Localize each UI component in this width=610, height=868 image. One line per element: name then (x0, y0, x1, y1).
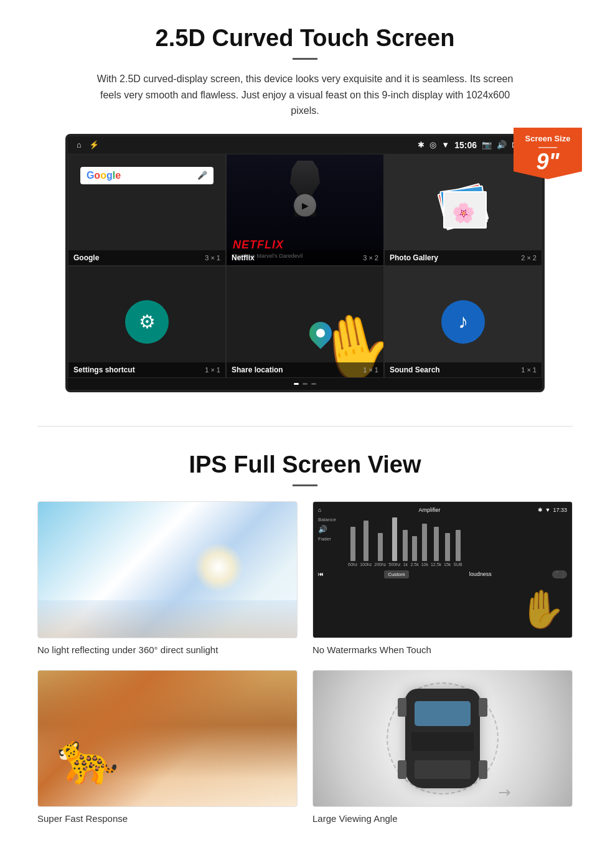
eq-label: SUB (453, 562, 462, 567)
car-image: ↗ (312, 670, 573, 807)
home-icon: ⌂ (77, 140, 82, 149)
feature-speed: 🐆 Super Fast Response (37, 670, 298, 824)
amp-top-bar: ⌂ Amplifier ✱ ▼ 17:33 (318, 507, 567, 513)
eq-bar-200hz: 200hz (374, 533, 386, 567)
eq-bar-sub: SUB (453, 530, 462, 567)
flower-icon: 🌸 (452, 202, 475, 224)
amp-bluetooth: ✱ (538, 507, 543, 513)
hand-on-screen: ✋ (519, 587, 566, 631)
sky-gradient (38, 600, 297, 638)
netflix-app-cell[interactable]: ▶ NETFLIX Continue Marvel's Daredevil Ne… (226, 154, 384, 266)
status-time: 15:06 (454, 140, 477, 150)
viewing-caption: Large Viewing Angle (312, 813, 573, 824)
curved-title: 2.5D Curved Touch Screen (37, 25, 573, 52)
google-app-size: 3 × 1 (205, 254, 220, 262)
car-wheel-rr (479, 760, 487, 779)
photo-cell-label: Photo Gallery 2 × 2 (385, 250, 542, 265)
eq-bar-1k: 1k (403, 530, 408, 567)
google-app-cell[interactable]: Google 🎤 Google 3 × 1 (68, 154, 226, 266)
watermarks-caption: No Watermarks When Touch (312, 644, 573, 655)
share-location-cell[interactable]: 🤚 Share location 1 × 1 (226, 266, 384, 378)
amp-wifi: ▼ (545, 507, 551, 513)
eq-bar-60hz: 60hz (348, 527, 357, 567)
dot-1 (294, 383, 299, 385)
sound-app-name: Sound Search (390, 366, 440, 374)
bluetooth-icon: ✱ (418, 140, 425, 149)
amp-bottom: ⏮ Custom loudness ⬛ (318, 570, 567, 578)
cheetah-bg: 🐆 (38, 671, 297, 806)
eq-bar (434, 527, 439, 561)
eq-bar-10k: 10k (421, 524, 428, 567)
screen-size-label: Screen Size (521, 134, 575, 144)
eq-label: 1k (403, 562, 408, 567)
google-search-bar[interactable]: Google 🎤 (80, 167, 214, 184)
screen-size-value: 9" (521, 151, 575, 173)
pagination-dots (68, 378, 542, 390)
eq-label: 15k (444, 562, 451, 567)
amp-equalizer: 60hz 100hz 200hz (345, 517, 465, 567)
ips-section: IPS Full Screen View No light reflecting… (0, 439, 610, 849)
feature-viewing-angle: ↗ Large Viewing Angle (312, 670, 573, 824)
eq-bar-2.5k: 2.5k (410, 536, 418, 567)
eq-bar (403, 530, 408, 561)
settings-app-cell[interactable]: ⚙ Settings shortcut 1 × 1 (68, 266, 226, 378)
curved-touch-section: 2.5D Curved Touch Screen With 2.5D curve… (0, 0, 610, 413)
amp-body: Balance 🔊 Fader 60hz 100hz (318, 517, 567, 567)
photo-card-3: 🌸 (443, 191, 487, 229)
settings-app-name: Settings shortcut (73, 366, 135, 374)
angle-arrow: ↗ (494, 781, 515, 803)
sound-cell-label: Sound Search 1 × 1 (385, 362, 542, 377)
music-icon: ♪ (441, 300, 485, 344)
eq-bar (445, 533, 450, 561)
google-app-name: Google (73, 253, 99, 262)
feature-watermarks: ⌂ Amplifier ✱ ▼ 17:33 Balance 🔊 Fader (312, 501, 573, 655)
sun-glow (194, 542, 243, 592)
curved-description: With 2.5D curved-display screen, this de… (87, 71, 523, 119)
netflix-info: NETFLIX Continue Marvel's Daredevil (227, 154, 383, 265)
status-left: ⌂ ⚡ (77, 140, 99, 149)
sound-search-cell[interactable]: ♪ Sound Search 1 × 1 (384, 266, 542, 378)
car-top-view (405, 689, 480, 788)
netflix-app-size: 3 × 2 (363, 254, 378, 262)
share-app-name: Share location (232, 366, 283, 374)
device-frame: ⌂ ⚡ ✱ ◎ ▼ 15:06 📷 🔊 ⊠ ⬜ (65, 134, 545, 392)
sound-app-size: 1 × 1 (521, 366, 537, 374)
eq-label: 500hz (388, 562, 400, 567)
car-trunk (415, 760, 471, 779)
eq-label: 12.5k (431, 562, 441, 567)
amp-custom-btn[interactable]: Custom (384, 570, 409, 578)
eq-label: 60hz (348, 562, 357, 567)
dot-2 (303, 383, 307, 385)
share-app-size: 1 × 1 (363, 366, 378, 374)
ips-title: IPS Full Screen View (37, 451, 573, 478)
amp-home-icon: ⌂ (318, 507, 321, 513)
google-logo: Google (87, 170, 121, 181)
share-cell-label: Share location 1 × 1 (227, 362, 383, 377)
cheetah-image: 🐆 (37, 670, 298, 807)
car-roof (411, 732, 474, 751)
amp-loudness-label: loudness (469, 571, 492, 577)
status-bar: ⌂ ⚡ ✱ ◎ ▼ 15:06 📷 🔊 ⊠ ⬜ (68, 136, 542, 154)
car-wheel-fl (398, 698, 406, 717)
eq-bar-15k: 15k (444, 533, 451, 567)
car-circle (387, 682, 499, 795)
eq-label: 2.5k (410, 562, 418, 567)
amp-toggle[interactable]: ⬛ (552, 570, 567, 578)
usb-icon: ⚡ (89, 140, 99, 149)
google-cell-label: Google 3 × 1 (68, 250, 225, 265)
amp-prev-icon: ⏮ (318, 571, 324, 577)
eq-label: 200hz (374, 562, 386, 567)
netflix-cell-label: Netflix 3 × 2 (227, 250, 383, 265)
title-divider (293, 58, 317, 60)
settings-cell-label: Settings shortcut 1 × 1 (68, 362, 225, 377)
sky-bg (38, 502, 297, 638)
screen-size-badge: Screen Size 9" (514, 128, 582, 179)
settings-app-size: 1 × 1 (205, 366, 220, 374)
dot-3 (311, 383, 316, 385)
car-bg: ↗ (313, 671, 572, 806)
amp-vol-icon: 🔊 (318, 525, 343, 534)
netflix-app-name: Netflix (232, 253, 255, 262)
eq-bar (412, 536, 417, 561)
photo-app-size: 2 × 2 (521, 254, 537, 262)
wifi-icon: ▼ (441, 140, 449, 149)
